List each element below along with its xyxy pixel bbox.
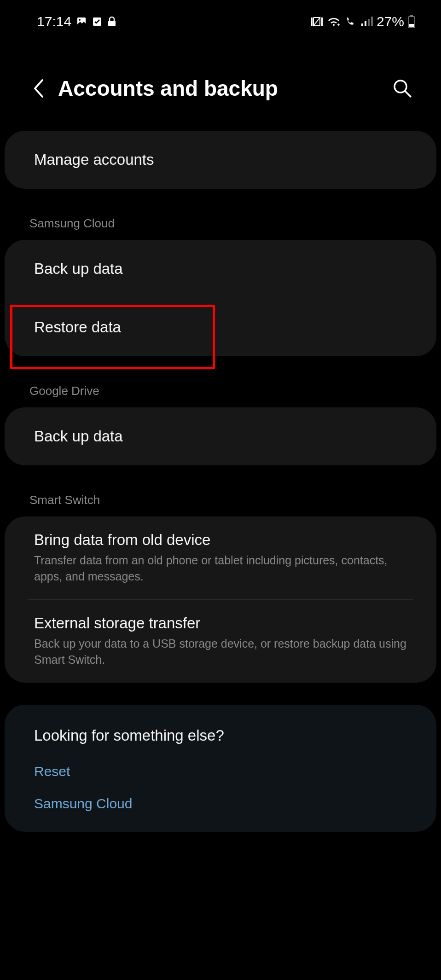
manage-accounts-item[interactable]: Manage accounts xyxy=(5,131,436,189)
status-battery-percent: 27% xyxy=(377,14,404,29)
spacer xyxy=(0,691,441,705)
reset-link[interactable]: Reset xyxy=(5,755,436,788)
samsung-restore-label: Restore data xyxy=(34,319,121,336)
google-backup-label: Back up data xyxy=(34,428,123,445)
samsung-restore-item[interactable]: Restore data xyxy=(5,298,436,356)
lock-icon xyxy=(107,16,116,27)
battery-icon xyxy=(408,15,415,28)
svg-line-5 xyxy=(313,17,320,26)
bring-data-title: Bring data from old device xyxy=(34,531,407,549)
svg-rect-12 xyxy=(409,24,414,27)
svg-point-1 xyxy=(79,19,81,21)
status-left: 17:14 xyxy=(37,14,116,29)
wifi-icon xyxy=(327,16,341,27)
signal-icon xyxy=(361,16,373,27)
manage-accounts-label: Manage accounts xyxy=(34,151,154,168)
samsung-cloud-card: Back up data Restore data xyxy=(5,240,436,356)
reset-link-label: Reset xyxy=(34,764,70,779)
checkbox-icon xyxy=(92,16,103,27)
svg-rect-11 xyxy=(410,15,413,17)
svg-line-14 xyxy=(405,91,411,97)
volte-call-icon xyxy=(344,16,357,27)
google-backup-item[interactable]: Back up data xyxy=(5,407,436,465)
image-icon xyxy=(76,16,87,27)
header: Accounts and backup xyxy=(0,32,441,131)
external-storage-sub: Back up your data to a USB storage devic… xyxy=(34,636,407,668)
external-storage-title: External storage transfer xyxy=(34,615,407,632)
samsung-backup-item[interactable]: Back up data xyxy=(5,240,436,298)
status-bar: 17:14 27% xyxy=(0,0,441,32)
page-title: Accounts and backup xyxy=(58,76,388,101)
external-storage-item[interactable]: External storage transfer Back up your d… xyxy=(5,600,436,683)
svg-rect-7 xyxy=(365,21,366,26)
svg-rect-3 xyxy=(108,21,116,26)
smart-switch-card: Bring data from old device Transfer data… xyxy=(5,516,436,683)
chevron-left-icon xyxy=(31,77,46,99)
bring-data-item[interactable]: Bring data from old device Transfer data… xyxy=(5,516,436,599)
search-icon xyxy=(392,78,412,99)
status-time: 17:14 xyxy=(37,14,71,29)
section-samsung-cloud: Samsung Cloud xyxy=(0,197,441,240)
search-button[interactable] xyxy=(388,74,417,103)
looking-for-title: Looking for something else? xyxy=(5,705,436,755)
section-smart-switch: Smart Switch xyxy=(0,474,441,516)
svg-rect-9 xyxy=(371,17,373,26)
bring-data-sub: Transfer data from an old phone or table… xyxy=(34,552,407,585)
samsung-backup-label: Back up data xyxy=(34,260,123,277)
status-right: 27% xyxy=(310,14,415,29)
looking-for-card: Looking for something else? Reset Samsun… xyxy=(5,705,436,832)
section-google-drive: Google Drive xyxy=(0,365,441,407)
samsung-cloud-link-label: Samsung Cloud xyxy=(34,796,132,811)
mute-vibrate-icon xyxy=(310,16,323,27)
svg-rect-6 xyxy=(361,23,363,26)
manage-accounts-card: Manage accounts xyxy=(5,131,436,189)
svg-rect-8 xyxy=(368,19,370,26)
samsung-cloud-link[interactable]: Samsung Cloud xyxy=(5,788,436,832)
back-button[interactable] xyxy=(24,74,53,103)
google-drive-card: Back up data xyxy=(5,407,436,465)
